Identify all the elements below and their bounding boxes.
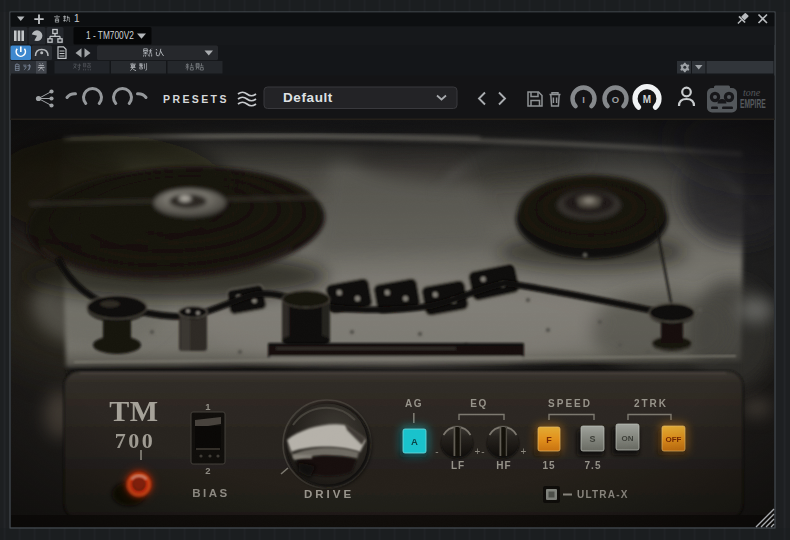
svg-text:Default: Default — [283, 90, 333, 105]
svg-text:PRESETS: PRESETS — [163, 93, 229, 105]
svg-text:1: 1 — [74, 13, 80, 24]
svg-text:M: M — [643, 94, 651, 105]
svg-text:I: I — [582, 94, 585, 105]
svg-text:1 - TM700V2: 1 - TM700V2 — [86, 29, 134, 41]
svg-text:O: O — [612, 94, 619, 105]
svg-text:EMPIRE: EMPIRE — [740, 96, 766, 110]
